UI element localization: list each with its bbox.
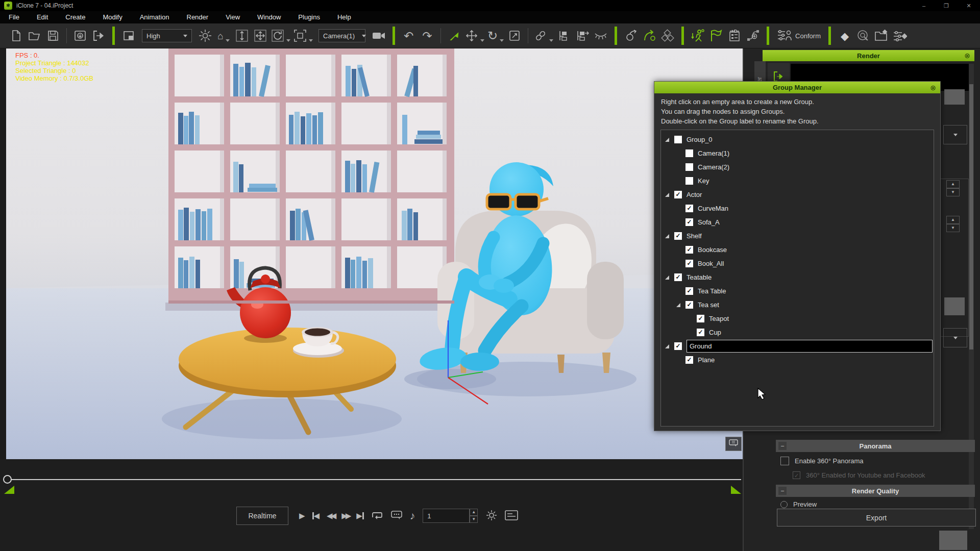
enable-panorama-checkbox[interactable]	[780, 457, 789, 465]
checkbox-checked[interactable]: ✓	[697, 315, 704, 322]
preview-radio[interactable]	[780, 501, 788, 508]
checkbox-checked[interactable]: ✓	[674, 342, 682, 350]
content-folder-button[interactable]	[874, 27, 889, 45]
close-circle-icon[interactable]: ⊗	[964, 52, 970, 60]
camera-dropdown[interactable]: Camera(1)	[318, 29, 365, 42]
expand-icon[interactable]	[665, 276, 669, 280]
checkbox-checked[interactable]: ✓	[685, 218, 693, 226]
attach-button[interactable]	[556, 27, 572, 45]
hide-object-button[interactable]	[593, 27, 608, 45]
play-button[interactable]: ▶	[299, 511, 305, 520]
time-slider-handle[interactable]	[3, 475, 12, 484]
panorama-section-header[interactable]: – Panorama	[776, 440, 975, 452]
camera-pan-button[interactable]	[253, 27, 268, 45]
scrollbar-thumb[interactable]	[969, 84, 973, 349]
merge-project-button[interactable]	[72, 27, 88, 45]
enable-panorama-row[interactable]: Enable 360° Panorama	[780, 457, 864, 465]
select-tool-button[interactable]	[447, 27, 462, 45]
rotate-tool-button[interactable]: ↻	[487, 27, 504, 45]
home-view-button[interactable]: ⌂	[216, 27, 231, 45]
checkbox-unchecked[interactable]	[674, 136, 682, 143]
timeline-toggle-button[interactable]	[505, 510, 518, 522]
audio-button[interactable]: ♪	[410, 510, 415, 522]
prop-cluster-button[interactable]	[660, 27, 675, 45]
expand-icon[interactable]	[665, 138, 669, 142]
frame-number-input[interactable]: 1	[423, 509, 470, 523]
menu-item-animation[interactable]: Animation	[131, 11, 178, 23]
format-swatch[interactable]	[944, 89, 965, 105]
tree-row-book-all[interactable]: ✓Book_All	[661, 257, 934, 270]
time-slider-track[interactable]	[8, 479, 741, 480]
tree-row-camera-1-[interactable]: Camera(1)	[661, 146, 934, 160]
menu-item-modify[interactable]: Modify	[94, 11, 131, 23]
menu-item-render[interactable]: Render	[178, 11, 217, 23]
export-scene-button[interactable]	[91, 27, 106, 45]
preview-quality-row[interactable]: Preview	[780, 500, 817, 508]
link-button[interactable]	[534, 27, 553, 45]
menu-item-edit[interactable]: Edit	[28, 11, 57, 23]
checkbox-checked[interactable]: ✓	[685, 356, 693, 364]
menu-item-help[interactable]: Help	[329, 11, 360, 23]
group-tree[interactable]: Group_0Camera(1)Camera(2)Key✓Actor✓Curve…	[660, 130, 934, 427]
tree-row-curveman[interactable]: ✓CurveMan	[661, 202, 934, 215]
range-swatch[interactable]	[944, 297, 965, 315]
viewport-3d[interactable]: FPS : 0. Project Triangle : 144032 Selec…	[6, 48, 743, 459]
tree-row-ground[interactable]: ✓Ground	[661, 339, 934, 353]
width-spinner[interactable]: ▲▼	[946, 180, 960, 196]
camera-vertical-button[interactable]	[234, 27, 250, 45]
expand-icon[interactable]	[665, 234, 669, 238]
checkbox-checked[interactable]: ✓	[685, 205, 693, 212]
tree-row-camera-2-[interactable]: Camera(2)	[661, 160, 934, 174]
maximize-button[interactable]: ❐	[935, 0, 958, 11]
next-frame-button[interactable]: ▶▶	[341, 511, 349, 520]
format-dropdown[interactable]	[943, 125, 967, 144]
render-panel-header[interactable]: Render ⊗	[763, 50, 974, 61]
flag-button[interactable]	[708, 27, 724, 45]
menu-item-plugins[interactable]: Plugins	[289, 11, 329, 23]
gizmo-button[interactable]: ◆	[837, 27, 852, 45]
export-button[interactable]: Export	[777, 509, 976, 527]
checkbox-checked[interactable]: ✓	[685, 260, 693, 267]
frame-rate-dropdown[interactable]	[943, 328, 967, 347]
group-manager-titlebar[interactable]: Group Manager ⊗	[654, 82, 940, 93]
screen-layout-button[interactable]	[121, 27, 136, 45]
menu-item-window[interactable]: Window	[249, 11, 289, 23]
range-end-marker[interactable]	[731, 486, 741, 494]
close-button[interactable]: ✕	[958, 0, 980, 11]
comment-button[interactable]	[390, 510, 403, 522]
render-quality-section-header[interactable]: – Render Quality	[776, 485, 975, 497]
go-to-end-button[interactable]: ▶	[356, 511, 364, 520]
frame-spinner[interactable]: ▲▼	[470, 509, 478, 523]
checkbox-unchecked[interactable]	[685, 149, 693, 157]
menu-item-view[interactable]: View	[217, 11, 249, 23]
light-button[interactable]	[198, 27, 213, 45]
menu-item-file[interactable]: File	[0, 11, 28, 23]
redo-button[interactable]: ↷	[420, 27, 435, 45]
tree-row-plane[interactable]: ✓Plane	[661, 353, 934, 367]
checkbox-checked[interactable]: ✓	[685, 301, 693, 309]
record-list-button[interactable]	[727, 27, 742, 45]
checkbox-checked[interactable]: ✓	[685, 246, 693, 254]
open-project-button[interactable]	[27, 27, 42, 45]
checkbox-checked[interactable]: ✓	[674, 191, 682, 198]
collapse-icon[interactable]: –	[778, 487, 787, 495]
frame-object-button[interactable]	[293, 27, 313, 45]
collapse-icon[interactable]: –	[778, 442, 787, 450]
motion-button[interactable]	[690, 27, 705, 45]
close-circle-icon[interactable]: ⊗	[930, 84, 936, 92]
viewport-comment-button[interactable]	[725, 437, 742, 451]
tree-row-tea-table[interactable]: ✓Tea Table	[661, 284, 934, 298]
rename-edit-box[interactable]: Ground	[687, 340, 933, 353]
conform-button[interactable]: Conform	[777, 29, 821, 43]
checkbox-checked[interactable]: ✓	[674, 273, 682, 281]
tree-row-sofa-a[interactable]: ✓Sofa_A	[661, 215, 934, 229]
detach-button[interactable]	[575, 27, 590, 45]
tree-row-shelf[interactable]: ✓Shelf	[661, 229, 934, 243]
curve-green-button[interactable]	[642, 27, 657, 45]
expand-icon[interactable]	[665, 193, 669, 197]
preferences-button[interactable]	[892, 27, 908, 45]
go-to-start-button[interactable]: ◀	[312, 511, 320, 520]
quality-dropdown[interactable]: High	[142, 29, 192, 42]
save-project-button[interactable]	[45, 27, 61, 45]
add-camera-button[interactable]	[371, 27, 386, 45]
